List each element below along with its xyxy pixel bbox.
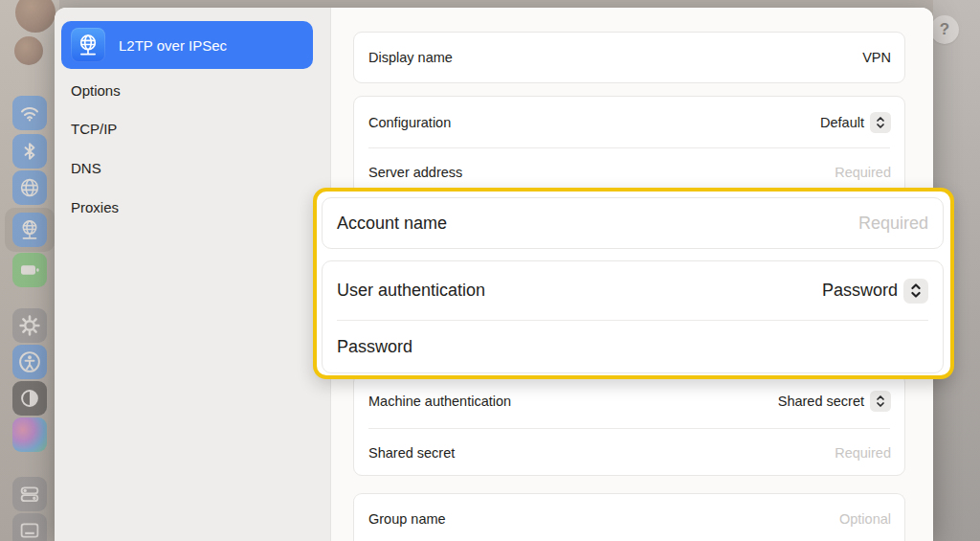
display-name-label: Display name (368, 50, 453, 65)
sidebar-item-options[interactable]: Options (71, 80, 121, 101)
stepper-chevrons-icon[interactable] (903, 279, 928, 304)
sidebar-item-dns[interactable]: DNS (71, 158, 101, 179)
configuration-card: Configuration Default Server address Req… (353, 96, 905, 195)
configuration-value: Default (820, 115, 864, 130)
server-address-label: Server address (368, 165, 462, 180)
user-auth-row: User authentication Password (323, 261, 943, 320)
sidebar-item-tcpip[interactable]: TCP/IP (71, 119, 117, 140)
account-name-label: Account name (337, 214, 447, 234)
group-name-label: Group name (368, 511, 446, 527)
shared-secret-row: Shared secret Required (354, 429, 904, 476)
accessibility-icon (12, 345, 47, 379)
wifi-icon (12, 96, 47, 130)
account-name-row: Account name Required (323, 198, 943, 248)
account-name-input[interactable]: Required (858, 214, 928, 234)
screen: ? L2TP over IPSec Options TCP/IP DNS Pro… (0, 0, 980, 541)
appearance-icon (12, 381, 47, 416)
battery-icon (12, 253, 47, 287)
user-auth-value: Password (822, 281, 898, 301)
group-name-card: Group name Optional (353, 493, 905, 541)
machine-auth-value: Shared secret (778, 394, 864, 409)
help-label: ? (940, 20, 949, 39)
avatar (14, 36, 43, 65)
machine-auth-row: Machine authentication Shared secret (354, 374, 904, 428)
account-name-card: Account name Required (322, 197, 944, 249)
avatar (15, 0, 56, 33)
server-address-input[interactable]: Required (835, 165, 891, 180)
sheet-sidebar: L2TP over IPSec Options TCP/IP DNS Proxi… (55, 8, 331, 541)
configuration-label: Configuration (368, 115, 451, 130)
group-name-row: Group name Optional (354, 494, 904, 541)
sidebar-selected-label: L2TP over IPSec (119, 37, 227, 54)
display-name-row: Display name VPN (354, 33, 904, 82)
siri-icon (12, 417, 47, 452)
network-globe-icon (12, 170, 47, 205)
vpn-globe-icon (71, 28, 105, 62)
display-name-input[interactable]: VPN (862, 50, 891, 65)
machine-auth-card: Machine authentication Shared secret Sha… (353, 373, 905, 476)
help-button[interactable]: ? (930, 15, 959, 44)
bluetooth-icon (12, 134, 47, 169)
user-auth-label: User authentication (337, 281, 485, 301)
configuration-stepper[interactable]: Default (820, 112, 891, 133)
user-auth-card: User authentication Password Password (322, 260, 944, 373)
display-name-card: Display name VPN (353, 32, 905, 83)
sidebar-item-proxies[interactable]: Proxies (71, 197, 119, 218)
machine-auth-stepper[interactable]: Shared secret (778, 391, 891, 412)
highlight-callout: Account name Required User authenticatio… (313, 188, 954, 379)
vpn-icon (12, 213, 47, 247)
stepper-chevrons-icon[interactable] (870, 391, 891, 412)
user-auth-stepper[interactable]: Password (822, 279, 928, 304)
shared-secret-label: Shared secret (368, 445, 455, 461)
password-label: Password (337, 337, 412, 357)
password-row: Password (323, 321, 943, 373)
group-name-input[interactable]: Optional (839, 511, 891, 527)
stepper-chevrons-icon[interactable] (870, 112, 891, 133)
control-center-icon (12, 477, 47, 511)
machine-auth-label: Machine authentication (368, 394, 511, 409)
keyboard-icon (12, 513, 47, 541)
sidebar-item-l2tp-over-ipsec[interactable]: L2TP over IPSec (61, 21, 313, 69)
configuration-row: Configuration Default (354, 97, 904, 147)
background-sidebar (0, 0, 59, 541)
shared-secret-input[interactable]: Required (835, 445, 891, 461)
gear-icon (12, 308, 47, 343)
